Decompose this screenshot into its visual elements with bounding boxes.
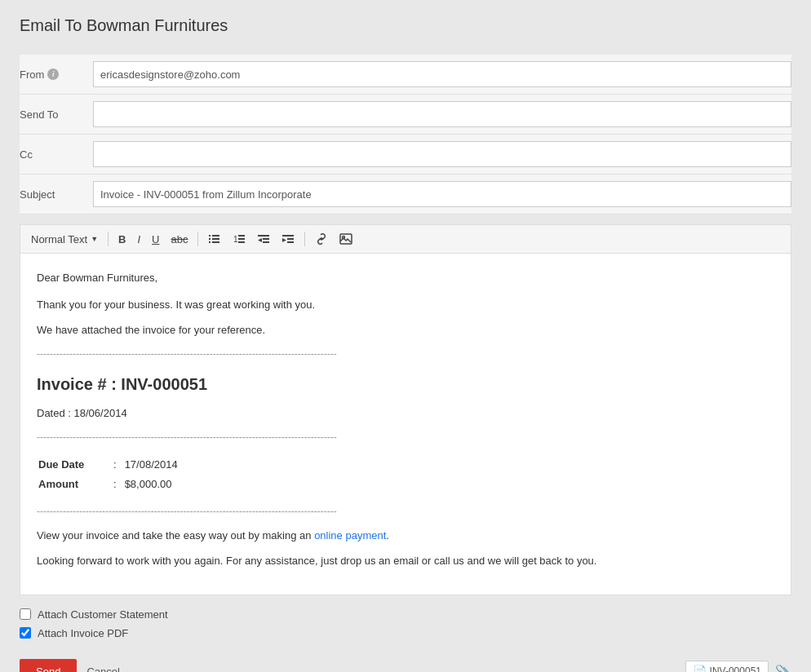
bold-button[interactable]: B bbox=[114, 231, 130, 248]
customer-statement-label: Attach Customer Statement bbox=[38, 608, 168, 621]
indent-increase-button[interactable] bbox=[277, 230, 299, 248]
invoice-title: Invoice # : INV-000051 bbox=[37, 371, 774, 397]
editor-toolbar: Normal Text ▼ B I U abc 1. bbox=[20, 224, 791, 253]
footer-bar: Send Cancel 📄 INV-000051 📎 bbox=[20, 652, 791, 672]
cc-row: Cc bbox=[20, 135, 791, 175]
svg-rect-9 bbox=[238, 241, 245, 243]
toolbar-separator-3 bbox=[304, 232, 305, 246]
attachment-name: INV-000051 bbox=[710, 665, 761, 672]
invoice-pdf-checkbox-row[interactable]: Attach Invoice PDF bbox=[20, 627, 791, 639]
amount-label: Amount bbox=[38, 475, 112, 494]
invoice-dated: Dated : 18/06/2014 bbox=[37, 405, 774, 422]
footer-actions: Send Cancel bbox=[20, 659, 120, 672]
email-para3: View your invoice and take the easy way … bbox=[37, 528, 774, 545]
svg-rect-13 bbox=[263, 241, 269, 243]
invoice-pdf-checkbox[interactable] bbox=[20, 627, 31, 639]
svg-rect-8 bbox=[238, 238, 245, 240]
customer-statement-checkbox[interactable] bbox=[20, 608, 31, 620]
svg-marker-11 bbox=[258, 238, 262, 242]
subject-input[interactable] bbox=[93, 181, 791, 207]
from-row: From i bbox=[20, 55, 791, 95]
from-input[interactable] bbox=[93, 61, 791, 87]
image-button[interactable] bbox=[335, 231, 357, 247]
subject-label: Subject bbox=[20, 188, 93, 201]
email-divider3: ----------------------------------------… bbox=[37, 504, 774, 519]
customer-statement-checkbox-row[interactable]: Attach Customer Statement bbox=[20, 608, 791, 621]
due-date-label: Due Date bbox=[38, 456, 112, 475]
svg-rect-5 bbox=[212, 241, 219, 243]
subject-row: Subject bbox=[20, 175, 791, 214]
email-para2: We have attached the invoice for your re… bbox=[37, 322, 774, 339]
svg-rect-4 bbox=[209, 241, 211, 243]
send-to-input[interactable] bbox=[93, 101, 791, 127]
due-date-value: 17/08/2014 bbox=[125, 456, 184, 475]
svg-rect-7 bbox=[238, 235, 245, 237]
invoice-details-table: Due Date : 17/08/2014 Amount : $8,000.00 bbox=[37, 454, 186, 497]
email-greeting: Dear Bowman Furnitures, bbox=[37, 270, 774, 287]
svg-rect-1 bbox=[212, 235, 219, 237]
strikethrough-button[interactable]: abc bbox=[166, 231, 192, 248]
indent-decrease-button[interactable] bbox=[253, 230, 274, 248]
amount-colon: : bbox=[113, 475, 123, 494]
underline-button[interactable]: U bbox=[148, 231, 163, 248]
svg-rect-16 bbox=[287, 238, 294, 240]
svg-marker-15 bbox=[282, 238, 286, 242]
svg-rect-14 bbox=[282, 235, 294, 237]
svg-rect-10 bbox=[258, 235, 269, 237]
footer-attachment: 📄 INV-000051 📎 bbox=[685, 661, 791, 672]
email-editor[interactable]: Dear Bowman Furnitures, Thank you for yo… bbox=[20, 253, 791, 595]
email-form: From i Send To Cc Subject bbox=[20, 55, 791, 214]
email-para1: Thank you for your business. It was grea… bbox=[37, 297, 774, 314]
attachment-tag: 📄 INV-000051 bbox=[685, 661, 769, 672]
toolbar-separator-1 bbox=[108, 232, 109, 246]
unordered-list-button[interactable] bbox=[204, 230, 225, 248]
amount-value: $8,000.00 bbox=[125, 475, 184, 494]
from-info-icon[interactable]: i bbox=[47, 69, 59, 80]
cc-input[interactable] bbox=[93, 141, 791, 167]
svg-rect-2 bbox=[209, 238, 211, 240]
ordered-list-button[interactable]: 1. bbox=[228, 230, 250, 248]
italic-button[interactable]: I bbox=[133, 231, 144, 248]
online-payment-link[interactable]: online payment bbox=[314, 529, 386, 542]
send-to-label: Send To bbox=[20, 108, 93, 121]
send-button[interactable]: Send bbox=[20, 659, 77, 672]
page-title: Email To Bowman Furnitures bbox=[20, 16, 791, 35]
send-to-row: Send To bbox=[20, 95, 791, 135]
svg-rect-3 bbox=[212, 238, 219, 240]
cc-label: Cc bbox=[20, 148, 93, 161]
dropdown-caret: ▼ bbox=[91, 235, 98, 243]
svg-rect-12 bbox=[263, 238, 269, 240]
email-divider2: ----------------------------------------… bbox=[37, 430, 774, 445]
email-divider1: ----------------------------------------… bbox=[37, 347, 774, 362]
link-button[interactable] bbox=[311, 231, 332, 247]
normal-text-dropdown[interactable]: Normal Text ▼ bbox=[27, 231, 102, 248]
attachment-options: Attach Customer Statement Attach Invoice… bbox=[20, 608, 791, 639]
paperclip-icon[interactable]: 📎 bbox=[775, 664, 791, 672]
svg-rect-17 bbox=[287, 241, 294, 243]
cancel-button[interactable]: Cancel bbox=[86, 665, 119, 672]
due-date-colon: : bbox=[113, 456, 123, 475]
pdf-icon: 📄 bbox=[693, 665, 707, 672]
from-label: From i bbox=[20, 69, 93, 81]
toolbar-separator-2 bbox=[197, 232, 198, 246]
email-para4: Looking forward to work with you again. … bbox=[37, 553, 774, 570]
invoice-pdf-label: Attach Invoice PDF bbox=[38, 627, 128, 639]
svg-rect-0 bbox=[209, 235, 211, 237]
